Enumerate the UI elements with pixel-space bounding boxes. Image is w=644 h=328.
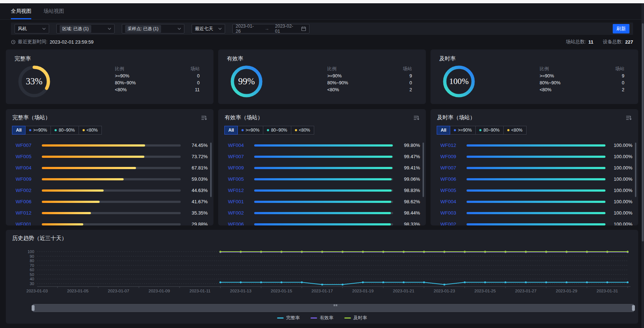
date-start: 2023-01-26 bbox=[236, 24, 259, 34]
tab-global-view[interactable]: 全局视图 bbox=[11, 3, 31, 19]
sort-desc-icon[interactable] bbox=[201, 115, 207, 121]
station-rank-panel: 有效率（场站）All>=90%80~90%<80%WF00499.80%WF00… bbox=[218, 109, 426, 225]
bar-value: 99.80% bbox=[397, 143, 420, 148]
bar-value: 100.00% bbox=[610, 143, 632, 148]
bar-track bbox=[254, 189, 393, 192]
station-count-value: 9 bbox=[622, 73, 624, 79]
bar-rows: WF00774.45%WF00573.72%WF00467.81%WF00959… bbox=[6, 140, 213, 225]
bar-track bbox=[467, 189, 605, 192]
ratio-range-label: >=90% bbox=[540, 73, 554, 79]
station-count-value: 9 bbox=[409, 73, 412, 79]
time-range-select[interactable]: 最近七天 bbox=[192, 24, 225, 33]
chip-range-1[interactable]: >=90% bbox=[25, 126, 51, 135]
summary-card: 及时率100%比例场站>=90%980%~90%0<80%2 bbox=[431, 49, 638, 104]
donut-percent-value: 100% bbox=[441, 64, 476, 99]
chevron-down-icon bbox=[108, 28, 111, 30]
svg-text:80: 80 bbox=[30, 259, 34, 263]
ratio-column-header: 比例 bbox=[540, 66, 549, 72]
ratio-range-label: <80% bbox=[540, 87, 551, 92]
station-link[interactable]: WF004 bbox=[440, 199, 467, 204]
chevron-down-icon bbox=[218, 28, 222, 30]
legend-item[interactable]: 完整率 bbox=[277, 315, 300, 321]
update-time-label: 最近更新时间: bbox=[18, 39, 48, 45]
chip-all[interactable]: All bbox=[437, 126, 450, 135]
svg-text:70: 70 bbox=[30, 263, 34, 268]
svg-text:100: 100 bbox=[28, 249, 34, 254]
chip-range-3[interactable]: <80% bbox=[79, 126, 102, 135]
bar-fill bbox=[254, 223, 391, 225]
filter-bar: 风机 区域: 已选 (1) 采样点: 已选 (1) 最近七天 2023-01-2… bbox=[11, 23, 633, 35]
datazoom-slider[interactable] bbox=[33, 304, 634, 312]
ratio-range-label: <80% bbox=[115, 87, 127, 92]
table-row: >=90%9 bbox=[327, 72, 412, 79]
slider-grip-icon[interactable] bbox=[333, 304, 338, 307]
station-link[interactable]: WF006 bbox=[440, 176, 467, 182]
filter-chips: All>=90%80~90%<80% bbox=[12, 126, 102, 135]
station-total-label: 场站总数: bbox=[566, 39, 586, 45]
panel-scrollbar-thumb[interactable] bbox=[210, 143, 212, 197]
station-link[interactable]: WF012 bbox=[440, 143, 467, 148]
bar-fill bbox=[467, 156, 605, 158]
chip-range-1[interactable]: >=90% bbox=[450, 126, 476, 135]
time-range-value: 最近七天 bbox=[195, 26, 213, 32]
bar-value: 98.62% bbox=[397, 199, 420, 204]
station-link[interactable]: WF003 bbox=[440, 210, 467, 216]
station-link[interactable]: WF001 bbox=[16, 221, 42, 225]
legend-item[interactable]: 有效率 bbox=[311, 315, 333, 321]
region-select[interactable]: 区域: 已选 (1) bbox=[56, 24, 115, 33]
chip-all[interactable]: All bbox=[224, 126, 238, 135]
station-link[interactable]: WF002 bbox=[16, 188, 42, 193]
bar-value: 41.67% bbox=[185, 199, 208, 204]
panel-scrollbar-thumb[interactable] bbox=[635, 143, 636, 197]
chip-dot-icon bbox=[267, 129, 269, 131]
device-type-select[interactable]: 风机 bbox=[15, 24, 49, 33]
chip-all[interactable]: All bbox=[12, 126, 25, 135]
station-link[interactable]: WF001 bbox=[228, 199, 254, 204]
station-link[interactable]: WF002 bbox=[228, 210, 254, 216]
bar-row: WF00599.06% bbox=[218, 173, 426, 185]
chip-range-2[interactable]: 80~90% bbox=[475, 126, 503, 135]
station-link[interactable]: WF009 bbox=[440, 154, 467, 159]
chip-dot-icon bbox=[241, 129, 244, 131]
sample-point-select[interactable]: 采样点: 已选 (1) bbox=[122, 24, 184, 33]
table-header-row: 比例场站 bbox=[327, 65, 412, 72]
chip-range-1[interactable]: >=90% bbox=[237, 126, 263, 135]
station-link[interactable]: WF007 bbox=[16, 143, 42, 148]
chip-range-2[interactable]: 80~90% bbox=[51, 126, 79, 135]
chip-range-2[interactable]: 80~90% bbox=[263, 126, 291, 135]
bar-row: WF01298.83% bbox=[218, 185, 426, 196]
station-link[interactable]: WF007 bbox=[440, 165, 467, 171]
station-link[interactable]: WF006 bbox=[16, 199, 42, 204]
sort-desc-icon[interactable] bbox=[625, 115, 632, 121]
bar-row: WF01235.35% bbox=[6, 207, 213, 219]
table-row: <80%2 bbox=[327, 86, 412, 93]
chip-range-3[interactable]: <80% bbox=[503, 126, 527, 135]
station-link[interactable]: WF005 bbox=[440, 188, 467, 193]
station-link[interactable]: WF007 bbox=[228, 154, 254, 159]
station-link[interactable]: WF012 bbox=[16, 210, 42, 216]
bar-track bbox=[42, 156, 181, 158]
station-link[interactable]: WF005 bbox=[16, 154, 42, 159]
station-link[interactable]: WF012 bbox=[228, 188, 254, 193]
station-link[interactable]: WF009 bbox=[228, 165, 254, 171]
page-scrollbar-thumb[interactable] bbox=[642, 23, 644, 241]
chip-label: <80% bbox=[299, 128, 310, 133]
station-link[interactable]: WF005 bbox=[228, 176, 254, 182]
station-link[interactable]: WF004 bbox=[16, 165, 42, 171]
bar-fill bbox=[254, 212, 391, 214]
slider-left-handle[interactable] bbox=[32, 305, 35, 311]
legend-item[interactable]: 及时率 bbox=[344, 315, 367, 321]
panel-scrollbar-thumb[interactable] bbox=[423, 143, 424, 197]
station-link[interactable]: WF009 bbox=[16, 176, 42, 182]
station-link[interactable]: WF002 bbox=[440, 221, 467, 225]
date-range-picker[interactable]: 2023-01-26 → 2023-02-01 bbox=[232, 24, 309, 33]
station-link[interactable]: WF004 bbox=[228, 143, 254, 148]
chip-range-3[interactable]: <80% bbox=[291, 126, 314, 135]
sort-desc-icon[interactable] bbox=[413, 115, 419, 121]
slider-right-handle[interactable] bbox=[632, 305, 635, 311]
refresh-button[interactable]: 刷新 bbox=[613, 24, 629, 33]
tab-station-view[interactable]: 场站视图 bbox=[44, 3, 64, 19]
station-link[interactable]: WF006 bbox=[228, 221, 254, 225]
bar-value: 100.00% bbox=[610, 199, 632, 204]
bar-value: 99.06% bbox=[397, 176, 420, 182]
